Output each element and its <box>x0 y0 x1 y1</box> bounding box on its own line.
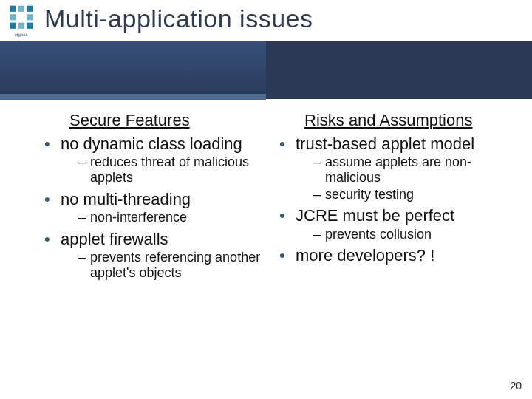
slide-title: Multi-application issues <box>44 4 313 33</box>
right-column: Risks and Assumptions trust-based applet… <box>279 111 501 347</box>
list-item: no dynamic class loading reduces threat … <box>44 134 266 185</box>
bullet-text: trust-based applet model <box>296 134 474 153</box>
left-list: no dynamic class loading reduces threat … <box>44 134 266 280</box>
svg-rect-7 <box>27 23 33 29</box>
content-columns: Secure Features no dynamic class loading… <box>44 111 517 347</box>
right-heading: Risks and Assumptions <box>304 111 501 130</box>
svg-rect-5 <box>10 23 16 29</box>
header-band-accent <box>0 41 266 99</box>
bullet-text: no dynamic class loading <box>61 134 242 153</box>
sub-item: assume applets are non-malicious <box>313 154 501 185</box>
svg-rect-2 <box>27 6 33 12</box>
list-item: applet firewalls prevents referencing an… <box>44 230 266 281</box>
svg-rect-6 <box>18 23 24 29</box>
slide: cigital Multi-application issues Secure … <box>0 0 532 399</box>
bullet-text: more developers? ! <box>296 246 434 265</box>
page-number: 20 <box>510 380 522 392</box>
list-item: no multi-threading non-interference <box>44 190 266 225</box>
sub-item: security testing <box>313 187 501 202</box>
sub-item: prevents collusion <box>313 227 501 242</box>
header-band-underline <box>0 94 266 100</box>
right-list: trust-based applet model assume applets … <box>279 134 501 265</box>
brand-logo: cigital <box>4 4 38 41</box>
left-column: Secure Features no dynamic class loading… <box>44 111 266 347</box>
svg-rect-0 <box>10 6 16 12</box>
sub-item: non-interference <box>78 210 266 225</box>
list-item: JCRE must be perfect prevents collusion <box>279 206 501 242</box>
brand-name: cigital <box>15 32 27 37</box>
svg-rect-3 <box>10 14 16 20</box>
bullet-text: no multi-threading <box>61 190 191 208</box>
svg-rect-1 <box>18 6 24 12</box>
left-heading: Secure Features <box>69 111 266 130</box>
bullet-text: applet firewalls <box>61 230 168 248</box>
list-item: trust-based applet model assume applets … <box>279 134 501 202</box>
cigital-logo-icon: cigital <box>4 4 38 38</box>
svg-rect-4 <box>27 14 33 20</box>
sub-item: reduces threat of malicious applets <box>78 154 266 185</box>
sub-item: prevents referencing another applet's ob… <box>78 250 266 280</box>
bullet-text: JCRE must be perfect <box>296 206 454 225</box>
list-item: more developers? ! <box>279 246 501 265</box>
